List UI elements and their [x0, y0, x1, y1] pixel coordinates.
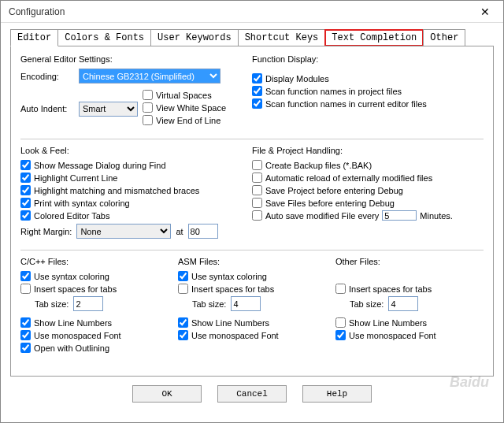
- autosave-spin[interactable]: [382, 210, 417, 221]
- autoindent-label: Auto Indent:: [20, 104, 74, 113]
- view-whitespace-label: View White Space: [156, 103, 226, 113]
- asm-syntax-check[interactable]: [178, 271, 188, 281]
- tab-bar: Editor Colors & Fonts User Keywords Shor…: [1, 23, 503, 46]
- hl-braces-check[interactable]: [20, 185, 31, 195]
- fileproj-title: File & Project Handling:: [252, 146, 484, 155]
- c-tabsize-label: Tab size:: [35, 299, 69, 309]
- autoreload-label: Automatic reload of externally modified …: [265, 173, 432, 183]
- asm-spaces-label: Insert spaces for tabs: [191, 284, 274, 294]
- other-tabsize-spin[interactable]: [388, 296, 418, 311]
- other-mono-check[interactable]: [335, 330, 346, 340]
- cancel-button[interactable]: Cancel: [217, 385, 287, 403]
- cfiles-title: C/C++ Files:: [20, 257, 169, 266]
- other-spaces-label: Insert spaces for tabs: [349, 284, 432, 294]
- view-eol-check[interactable]: [143, 115, 153, 125]
- view-eol-label: View End of Line: [156, 116, 220, 125]
- close-icon[interactable]: ✕: [473, 4, 497, 20]
- tab-user-keywords[interactable]: User Keywords: [150, 29, 239, 46]
- asm-spaces-check[interactable]: [178, 284, 188, 294]
- scan-project-label: Scan function names in project files: [265, 87, 402, 96]
- scan-current-label: Scan function names in current editor fi…: [265, 99, 427, 109]
- view-whitespace-check[interactable]: [143, 102, 153, 113]
- scan-current-check[interactable]: [252, 98, 262, 109]
- tab-text-completion[interactable]: Text Completion: [324, 29, 424, 46]
- colored-tabs-check[interactable]: [20, 210, 31, 221]
- virtual-spaces-check[interactable]: [143, 90, 153, 100]
- display-modules-check[interactable]: [252, 73, 262, 83]
- print-syntax-label: Print with syntax coloring: [34, 199, 130, 208]
- save-files-label: Save Files before entering Debug: [265, 199, 395, 208]
- right-margin-spin[interactable]: [188, 224, 218, 239]
- other-spaces-check[interactable]: [335, 284, 346, 294]
- colored-tabs-label: Colored Editor Tabs: [34, 211, 109, 221]
- asm-tabsize-spin[interactable]: [231, 296, 261, 311]
- other-mono-label: Use monospaced Font: [349, 331, 436, 340]
- ok-button[interactable]: OK: [132, 385, 202, 403]
- save-proj-label: Save Project before entering Debug: [265, 186, 403, 195]
- look-title: Look & Feel:: [20, 146, 252, 155]
- asmfiles-title: ASM Files:: [178, 257, 326, 266]
- c-mono-label: Use monospaced Font: [34, 331, 121, 340]
- encoding-label: Encoding:: [20, 72, 74, 81]
- save-proj-check[interactable]: [252, 185, 262, 195]
- backup-label: Create Backup files (*.BAK): [265, 161, 372, 170]
- other-linenums-check[interactable]: [335, 317, 346, 328]
- titlebar: Configuration ✕: [1, 1, 503, 23]
- at-label: at: [176, 227, 183, 236]
- c-spaces-check[interactable]: [20, 284, 31, 294]
- autoindent-select[interactable]: Smart: [79, 102, 138, 117]
- autosave-check[interactable]: [252, 210, 262, 221]
- tab-editor[interactable]: Editor: [10, 29, 58, 46]
- other-linenums-label: Show Line Numbers: [349, 318, 427, 328]
- c-mono-check[interactable]: [20, 330, 31, 340]
- backup-check[interactable]: [252, 160, 262, 170]
- c-outlining-check[interactable]: [20, 343, 31, 353]
- otherfiles-title: Other Files:: [335, 257, 484, 266]
- c-outlining-label: Open with Outlining: [34, 343, 109, 353]
- print-syntax-check[interactable]: [20, 198, 31, 208]
- c-linenums-label: Show Line Numbers: [34, 318, 112, 328]
- asm-tabsize-label: Tab size:: [192, 299, 226, 309]
- asm-mono-check[interactable]: [178, 330, 188, 340]
- autosave-label: Auto save modified File every: [265, 211, 379, 221]
- asm-mono-label: Use monospaced Font: [191, 331, 279, 340]
- c-linenums-check[interactable]: [20, 317, 31, 328]
- tab-colors-fonts[interactable]: Colors & Fonts: [57, 29, 151, 46]
- c-tabsize-spin[interactable]: [73, 296, 103, 311]
- msg-dialog-label: Show Message Dialog during Find: [34, 161, 166, 170]
- config-dialog: Configuration ✕ Editor Colors & Fonts Us…: [0, 0, 504, 423]
- autoreload-check[interactable]: [252, 173, 262, 183]
- other-tabsize-label: Tab size:: [350, 299, 384, 309]
- display-modules-label: Display Modules: [265, 74, 329, 83]
- general-title: General Editor Settings:: [20, 54, 252, 64]
- encoding-select[interactable]: Chinese GB2312 (Simplified): [79, 69, 220, 83]
- asm-linenums-check[interactable]: [178, 317, 188, 328]
- hl-braces-label: Highlight matching and mismatched braces: [34, 186, 199, 195]
- asm-linenums-label: Show Line Numbers: [191, 318, 269, 328]
- help-button[interactable]: Help: [302, 385, 372, 403]
- c-syntax-check[interactable]: [20, 271, 31, 281]
- window-title: Configuration: [9, 6, 65, 17]
- c-syntax-label: Use syntax coloring: [34, 272, 109, 281]
- virtual-spaces-label: Virtual Spaces: [156, 91, 212, 100]
- hl-line-check[interactable]: [20, 173, 31, 183]
- tab-shortcut-keys[interactable]: Shortcut Keys: [238, 29, 326, 46]
- button-row: OK Cancel Help: [1, 377, 503, 410]
- asm-syntax-label: Use syntax coloring: [191, 272, 267, 281]
- editor-panel: General Editor Settings: Encoding: Chine…: [10, 46, 494, 377]
- c-spaces-label: Insert spaces for tabs: [34, 284, 117, 294]
- funcdisplay-title: Function Display:: [252, 54, 484, 64]
- right-margin-select[interactable]: None: [76, 224, 171, 239]
- hl-line-label: Highlight Current Line: [34, 173, 117, 183]
- right-margin-label: Right Margin:: [20, 227, 72, 236]
- save-files-check[interactable]: [252, 198, 262, 208]
- autosave-unit: Minutes.: [420, 211, 453, 221]
- msg-dialog-check[interactable]: [20, 160, 31, 170]
- tab-other[interactable]: Other: [423, 29, 465, 46]
- scan-project-check[interactable]: [252, 86, 262, 96]
